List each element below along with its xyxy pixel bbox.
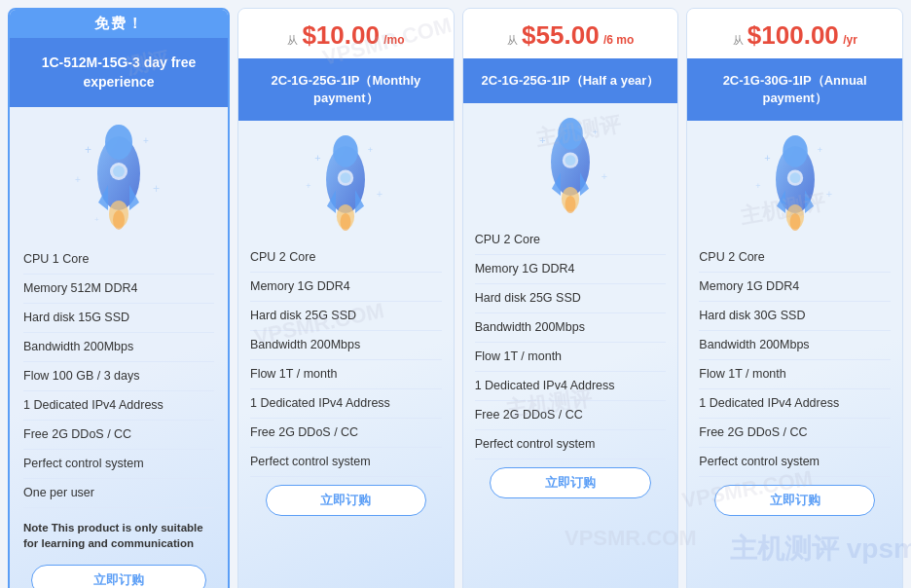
free-rocket-image: + + + + + — [65, 115, 172, 241]
svg-text:+: + — [377, 188, 383, 200]
svg-text:+: + — [755, 181, 760, 191]
plan-monthly-spec-0: CPU 2 Core — [250, 243, 442, 273]
plans-container: 从 $10.00 /mo 2C-1G-25G-1IP（Monthly payme… — [237, 8, 903, 588]
plan-annual-price: $100.00 — [747, 20, 839, 50]
plan-monthly-order-button[interactable]: 立即订购 — [266, 485, 427, 516]
plan-halfyear-spec-1: Memory 1G DDR4 — [475, 255, 667, 284]
plan-halfyear-spec-6: Free 2G DDoS / CC — [475, 401, 667, 430]
plan-monthly-price: $10.00 — [302, 20, 380, 50]
plan-monthly-period: /mo — [383, 33, 404, 47]
svg-text:+: + — [143, 135, 149, 146]
plan-monthly-spec-1: Memory 1G DDR4 — [250, 273, 442, 302]
svg-text:+: + — [315, 153, 321, 165]
free-badge: 免费！ — [10, 10, 228, 38]
svg-text:+: + — [539, 134, 545, 146]
plan-monthly-from: 从 — [287, 34, 298, 46]
plan-annual-price-banner: 从 $100.00 /yr — [687, 9, 902, 58]
free-spec-5: 1 Dedicated IPv4 Address — [23, 391, 214, 421]
free-spec-2: Hard disk 15G SSD — [23, 304, 214, 333]
svg-text:+: + — [306, 181, 310, 191]
plan-halfyear-spec-5: 1 Dedicated IPv4 Address — [475, 372, 667, 401]
svg-point-1 — [105, 125, 132, 160]
svg-point-20 — [341, 213, 351, 231]
plan-halfyear-spec-2: Hard disk 25G SSD — [475, 284, 667, 313]
plan-annual-spec-6: Free 2G DDoS / CC — [699, 419, 891, 448]
svg-text:+: + — [601, 170, 607, 182]
free-spec-4: Flow 100 GB / 3 days — [23, 362, 214, 391]
plan-annual-order-button[interactable]: 立即订购 — [714, 485, 876, 516]
svg-point-26 — [558, 118, 582, 150]
page-wrapper: VPSMR.COM 主机测评 VPSMR.COM 主机测评 VPSMR.COM … — [0, 0, 911, 588]
free-spec-6: Free 2G DDoS / CC — [23, 421, 214, 450]
svg-point-16 — [341, 173, 351, 184]
plan-halfyear-spec-3: Bandwidth 200Mbps — [475, 313, 667, 343]
plan-halfyear-rocket: + + + — [522, 109, 619, 224]
plan-annual-column: 从 $100.00 /yr 2C-1G-30G-1IP（Annual payme… — [686, 8, 903, 588]
svg-point-39 — [789, 173, 800, 184]
plan-monthly-spec-3: Bandwidth 200Mbps — [250, 331, 442, 360]
svg-point-32 — [565, 196, 576, 213]
svg-text:+: + — [764, 153, 770, 165]
plan-monthly-spec-5: 1 Dedicated IPv4 Address — [250, 389, 442, 419]
svg-text:+: + — [153, 182, 160, 196]
plan-halfyear-period: /6 mo — [603, 33, 634, 47]
free-plan-title: 1C-512M-15G-3 day free experience — [10, 38, 228, 107]
free-plan-column: 免费！ 1C-512M-15G-3 day free experience — [8, 8, 230, 588]
plan-annual-spec-0: CPU 2 Core — [699, 243, 891, 273]
plan-annual-spec-5: 1 Dedicated IPv4 Address — [699, 389, 891, 419]
free-spec-0: CPU 1 Core — [23, 245, 214, 275]
plan-annual-spec-4: Flow 1T / month — [699, 360, 891, 389]
plan-halfyear-specs: CPU 2 Core Memory 1G DDR4 Hard disk 25G … — [463, 226, 678, 463]
plan-annual-header: 2C-1G-30G-1IP（Annual payment） — [687, 58, 902, 121]
svg-point-43 — [789, 213, 800, 231]
plan-halfyear-spec-0: CPU 2 Core — [475, 226, 667, 255]
plan-annual-spec-1: Memory 1G DDR4 — [699, 273, 891, 302]
plan-halfyear-column: 从 $55.00 /6 mo 2C-1G-25G-1IP（Half a year… — [462, 8, 679, 588]
plan-annual-period: /yr — [843, 33, 857, 47]
plan-halfyear-from: 从 — [507, 34, 518, 46]
svg-point-7 — [113, 210, 125, 230]
svg-point-3 — [113, 165, 125, 177]
plan-halfyear-order-button[interactable]: 立即订购 — [490, 467, 651, 498]
plan-annual-spec-2: Hard disk 30G SSD — [699, 302, 891, 331]
plan-halfyear-spec-7: Perfect control system — [475, 430, 667, 459]
free-note: Note This product is only suitable for l… — [10, 516, 228, 559]
plan-monthly-header: 2C-1G-25G-1IP（Monthly payment） — [238, 58, 454, 121]
plan-monthly-spec-7: Perfect control system — [250, 448, 442, 477]
plan-monthly-price-banner: 从 $10.00 /mo — [238, 9, 454, 58]
free-spec-3: Bandwidth 200Mbps — [23, 333, 214, 362]
svg-text:+: + — [94, 215, 99, 224]
plan-annual-spec-3: Bandwidth 200Mbps — [699, 331, 891, 360]
svg-point-28 — [565, 155, 576, 165]
svg-text:+: + — [368, 146, 373, 156]
plan-monthly-spec-2: Hard disk 25G SSD — [250, 302, 442, 331]
plan-monthly-specs: CPU 2 Core Memory 1G DDR4 Hard disk 25G … — [238, 243, 454, 481]
plan-monthly-spec-4: Flow 1T / month — [250, 360, 442, 389]
svg-text:+: + — [85, 143, 91, 157]
plan-annual-rocket: + + + + — [747, 127, 844, 241]
plan-halfyear-price-banner: 从 $55.00 /6 mo — [463, 9, 678, 58]
plan-monthly-rocket: + + + + — [297, 127, 394, 241]
free-order-button[interactable]: 立即订购 — [31, 565, 205, 588]
plan-halfyear-price: $55.00 — [522, 20, 600, 50]
free-spec-8: One per user — [23, 479, 214, 508]
plan-monthly-column: 从 $10.00 /mo 2C-1G-25G-1IP（Monthly payme… — [237, 8, 455, 588]
plan-halfyear-spec-4: Flow 1T / month — [475, 343, 667, 372]
svg-text:+: + — [825, 188, 831, 200]
free-spec-1: Memory 512M DDR4 — [23, 275, 214, 304]
free-spec-7: Perfect control system — [23, 450, 214, 479]
svg-text:+: + — [817, 146, 821, 156]
plan-annual-from: 从 — [733, 34, 744, 46]
svg-text:+: + — [593, 128, 598, 137]
plan-annual-specs: CPU 2 Core Memory 1G DDR4 Hard disk 30G … — [687, 243, 902, 481]
svg-point-14 — [334, 135, 358, 167]
plan-annual-spec-7: Perfect control system — [699, 448, 891, 477]
svg-point-37 — [783, 135, 807, 167]
svg-text:+: + — [75, 174, 81, 185]
plan-halfyear-header: 2C-1G-25G-1IP（Half a year） — [463, 58, 678, 103]
plan-monthly-spec-6: Free 2G DDoS / CC — [250, 419, 442, 448]
free-specs-list: CPU 1 Core Memory 512M DDR4 Hard disk 15… — [10, 245, 228, 516]
